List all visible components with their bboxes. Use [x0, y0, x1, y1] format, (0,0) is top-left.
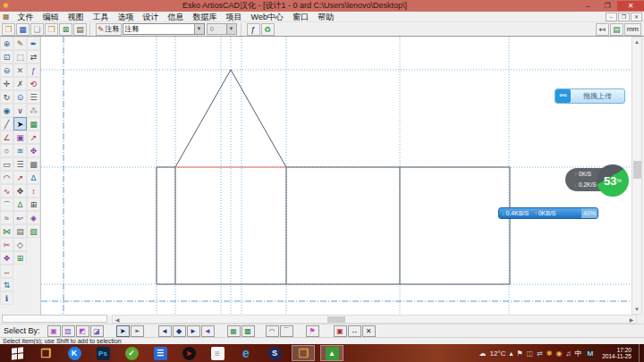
mdi-minimize[interactable]: –	[606, 13, 617, 21]
select-grid-button[interactable]: ▩	[242, 325, 255, 337]
list-icon[interactable]: ☰	[27, 90, 40, 104]
swap-icon[interactable]: ⇄	[27, 50, 40, 63]
select-frame-button[interactable]: ▣	[334, 325, 347, 337]
measure-v-icon[interactable]: ⇅	[0, 278, 13, 291]
shade-icon[interactable]: ▧	[27, 224, 40, 238]
move-cross-icon[interactable]: ✥	[27, 144, 40, 157]
select-point-button[interactable]: ▣	[47, 325, 61, 337]
menu-选项[interactable]: 选项	[114, 12, 139, 22]
mirror-tool-icon[interactable]: ⋈	[0, 224, 13, 238]
select-solid-button[interactable]: ◆	[173, 325, 186, 337]
copy-design-button[interactable]: ❏	[30, 23, 44, 36]
scroll-right-arrow[interactable]: ▶	[627, 316, 636, 324]
menu-项目[interactable]: 项目	[222, 12, 247, 22]
drag-upload-button[interactable]: ⚯ 拖拽上传	[555, 88, 625, 104]
mdi-restore[interactable]: ❐	[618, 13, 630, 21]
curve-drag-icon[interactable]: ↜	[13, 211, 27, 224]
ime-mode[interactable]: M	[586, 349, 596, 358]
menu-数据库[interactable]: 数据库	[189, 12, 222, 22]
k-app[interactable]: K	[63, 345, 86, 361]
diamond-icon[interactable]: ◇	[13, 238, 27, 251]
ime-chinese[interactable]: 中	[575, 349, 582, 358]
menu-视图[interactable]: 视图	[64, 12, 89, 22]
zoom-out-icon[interactable]: ⊖	[0, 63, 13, 77]
scroll-down-arrow[interactable]: ▼	[632, 305, 641, 314]
triangle-icon[interactable]: ∆	[13, 198, 27, 211]
pan-icon[interactable]: ✛	[0, 77, 13, 90]
restore-button[interactable]: ❐	[597, 1, 617, 11]
video-list-app[interactable]: ☰	[148, 345, 172, 361]
combo-arrow-icon[interactable]: ▼	[194, 24, 204, 34]
menu-Web中心[interactable]: Web中心	[247, 12, 288, 22]
save-button[interactable]: ▦	[16, 23, 30, 36]
rebuild-button[interactable]: ♻	[261, 23, 275, 36]
photoshop[interactable]: Ps	[91, 345, 114, 361]
grid-icon[interactable]: ⊞	[13, 251, 27, 265]
annotation-layer-combo[interactable]: 注释▼	[123, 23, 205, 35]
previous-view-button[interactable]: ↤	[596, 23, 609, 36]
hscroll-thumb[interactable]	[327, 316, 345, 323]
angle-line-icon[interactable]: ∠	[0, 130, 13, 144]
download-speed-bar[interactable]: ↓0.4KB/S ↑0KB/S 40%	[498, 207, 598, 219]
artioscad-window[interactable]: ❒	[292, 345, 315, 361]
start-button[interactable]	[5, 345, 29, 361]
annotation-tool-button[interactable]: ✎注释	[96, 23, 122, 36]
select-next-button[interactable]: ►	[187, 325, 200, 337]
scroll-up-arrow[interactable]: ▲	[632, 38, 641, 46]
pen-tool-icon[interactable]: ✒	[27, 37, 40, 50]
weather-icon[interactable]: ☁	[479, 349, 487, 358]
function-icon[interactable]: ƒ	[27, 63, 40, 77]
select-normal-button[interactable]: ➤	[116, 325, 130, 337]
select-query-button[interactable]: ◄	[201, 325, 215, 337]
center-point-icon[interactable]: ⊙	[13, 90, 27, 104]
refresh-view-icon[interactable]: ↻	[0, 90, 13, 104]
zoom-spinner[interactable]: 0▼	[207, 23, 237, 35]
cut-tool-icon[interactable]: ✂	[0, 238, 13, 251]
tray-app-4[interactable]: ◉	[556, 349, 563, 358]
explorer[interactable]: ❒	[34, 345, 57, 361]
import-folder-button[interactable]: ❒	[45, 23, 58, 36]
stretch-v-icon[interactable]: ↕	[27, 184, 40, 198]
mdi-close[interactable]: ✕	[631, 13, 642, 21]
scatter-icon[interactable]: ⁂	[27, 104, 40, 117]
tray-app-2[interactable]: ⇄	[537, 349, 543, 358]
menu-工具[interactable]: 工具	[89, 12, 114, 22]
panel-icon[interactable]: ▤	[13, 224, 27, 238]
delete-a-icon[interactable]: ✕	[13, 63, 27, 77]
wave-tool-icon[interactable]: ≈	[0, 211, 13, 224]
delta-icon[interactable]: ∆	[27, 171, 40, 184]
add-grid-icon[interactable]: ⊞	[27, 198, 40, 211]
drawing-canvas[interactable]	[41, 37, 631, 315]
close-button[interactable]: ✕	[617, 1, 644, 11]
menu-文件[interactable]: 文件	[13, 12, 38, 22]
circle-tool-icon[interactable]: ○	[0, 144, 13, 157]
select-layer-button[interactable]: ◪	[90, 325, 104, 337]
green-leaf-app[interactable]: ✓	[120, 345, 143, 361]
select-rect-button[interactable]: ▨	[62, 325, 75, 337]
show-hide-icon[interactable]: ◉	[0, 104, 13, 117]
line-tool-icon[interactable]: ╱	[0, 117, 13, 130]
measure-h-icon[interactable]: ↔	[0, 265, 13, 278]
gem-icon[interactable]: ◈	[27, 211, 40, 224]
tray-app-1[interactable]: ◫	[527, 349, 534, 358]
select-prev-button[interactable]: ◄	[158, 325, 172, 337]
delete-b-icon[interactable]: ✗	[13, 77, 27, 90]
print-button[interactable]: ▤	[73, 23, 87, 36]
spinner-arrow-icon[interactable]: ▼	[226, 24, 236, 34]
image-viewer[interactable]: ▲	[320, 345, 343, 361]
tray-app-3[interactable]: ✱	[547, 349, 553, 358]
volume-icon[interactable]: ♫	[566, 349, 572, 358]
info-tool-icon[interactable]: ℹ	[0, 291, 13, 305]
select-add-button[interactable]: ➣	[131, 325, 144, 337]
vertical-scrollbar[interactable]: ▲ ▼	[631, 37, 642, 315]
select-table-button[interactable]: ▦	[227, 325, 241, 337]
marquee-icon[interactable]: ⬚	[13, 50, 27, 63]
ripple-icon[interactable]: ≋	[13, 144, 27, 157]
move-ne-icon[interactable]: ↗	[13, 171, 27, 184]
horizontal-scrollbar[interactable]: ◀ ▶	[0, 315, 644, 324]
rotate-ccw-icon[interactable]: ⟲	[27, 77, 40, 90]
move-all-icon[interactable]: ✥	[13, 184, 27, 198]
field-tool-button[interactable]: ƒ	[247, 23, 260, 36]
tray-clock[interactable]: 17:20 2014-11-25	[598, 347, 635, 359]
hscroll-track[interactable]: ◀ ▶	[112, 315, 637, 324]
